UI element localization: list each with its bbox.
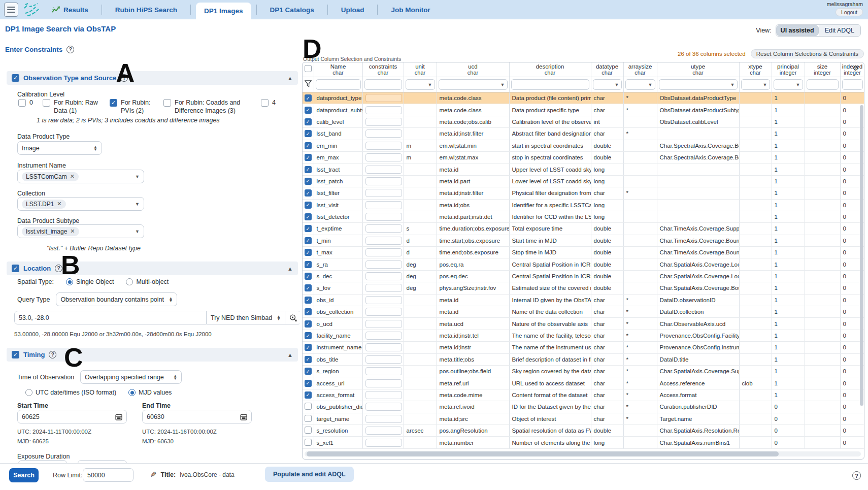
calendar-icon[interactable]: [115, 413, 122, 420]
constraint-input-s_xel1[interactable]: [365, 439, 402, 447]
remove-chip-icon[interactable]: ✕: [70, 173, 75, 180]
mjd-values-radio[interactable]: MJD values: [128, 389, 172, 396]
filter-input-description[interactable]: [511, 79, 589, 90]
horizontal-scrollbar-track[interactable]: [305, 451, 861, 456]
section-observation-type-collapse-icon[interactable]: ▲: [287, 75, 293, 81]
view-edit-adql-button[interactable]: Edit ADQL: [819, 25, 860, 36]
search-button[interactable]: Search: [9, 468, 39, 482]
column-header-xtype[interactable]: xtypechar: [739, 62, 772, 77]
row-checkbox-lsst_tract[interactable]: ✓: [305, 166, 312, 173]
start-time-input[interactable]: 60625: [17, 410, 127, 423]
enter-constraints-help-icon[interactable]: ?: [66, 46, 74, 53]
column-header-unit[interactable]: unitchar: [404, 62, 437, 77]
data-product-type-select[interactable]: Image ▲▼: [17, 141, 102, 155]
calibration-checkbox-3[interactable]: For Rubin: Coadds and Difference Images …: [163, 99, 254, 115]
constraint-input-dataproduct_type[interactable]: [365, 94, 402, 102]
constraint-input-obs_publisher_did[interactable]: [365, 403, 402, 411]
row-checkbox-calib_level[interactable]: ✓: [305, 118, 312, 125]
row-checkbox-lsst_patch[interactable]: ✓: [305, 178, 312, 185]
remove-chip-icon[interactable]: ✕: [70, 228, 75, 235]
row-checkbox-obs_title[interactable]: ✓: [305, 356, 312, 363]
row-checkbox-access_format[interactable]: ✓: [305, 391, 312, 399]
column-header-principal[interactable]: principalinteger: [772, 62, 805, 77]
column-header-arraysize[interactable]: arraysizechar: [623, 62, 657, 77]
row-checkbox-dataproduct_subtype[interactable]: ✓: [305, 107, 312, 114]
filter-input-datatype[interactable]: ▼: [593, 79, 622, 90]
row-checkbox-t_exptime[interactable]: ✓: [305, 225, 312, 232]
section-location-collapse-icon[interactable]: ▲: [287, 266, 293, 272]
calibration-checkbox-0[interactable]: 0: [18, 99, 36, 107]
constraint-input-s_region[interactable]: [365, 367, 402, 375]
filter-input-unit[interactable]: ▼: [406, 79, 435, 90]
row-checkbox-lsst_band[interactable]: ✓: [305, 130, 312, 137]
utc-format-radio[interactable]: UTC date/times (ISO format): [25, 389, 116, 396]
constraint-input-lsst_filter[interactable]: [365, 189, 402, 197]
row-checkbox-s_dec[interactable]: ✓: [305, 273, 312, 280]
constraint-input-access_url[interactable]: [365, 379, 402, 387]
resolve-target-button[interactable]: [285, 311, 299, 324]
calendar-icon[interactable]: [240, 413, 247, 420]
vertical-scrollbar[interactable]: [860, 105, 863, 406]
row-limit-input[interactable]: 50000: [83, 468, 133, 482]
select-all-checkbox[interactable]: [305, 65, 312, 72]
constraint-input-access_format[interactable]: [365, 391, 402, 399]
constraint-input-s_ra[interactable]: [365, 260, 402, 269]
filter-input-name[interactable]: [316, 79, 361, 90]
row-checkbox-lsst_detector[interactable]: ✓: [305, 213, 312, 220]
checkbox-icon[interactable]: ✓: [110, 99, 117, 107]
filter-input-xtype[interactable]: ▼: [741, 79, 770, 90]
checkbox-icon[interactable]: [261, 99, 269, 107]
constraint-input-lsst_patch[interactable]: [365, 177, 402, 185]
constraint-input-s_resolution[interactable]: [365, 427, 402, 435]
section-location-header[interactable]: ✓ Location ? ▲: [7, 262, 298, 275]
collection-select[interactable]: LSST.DP1 ✕ ▼: [17, 197, 144, 211]
query-type-select[interactable]: Observation boundary contains point ▲▼: [56, 292, 177, 306]
constraint-input-t_max[interactable]: [365, 248, 402, 256]
section-observation-type-help-icon[interactable]: ?: [120, 74, 128, 82]
filter-funnel-icon[interactable]: [305, 80, 312, 87]
filter-input-size[interactable]: [807, 79, 839, 90]
data-product-subtype-select[interactable]: lsst.visit_image ✕ ▼: [17, 224, 144, 238]
column-header-ucd[interactable]: ucdchar: [437, 62, 509, 77]
section-location-checkbox[interactable]: ✓: [12, 265, 19, 272]
checkbox-icon[interactable]: [43, 99, 50, 107]
constraint-input-obs_collection[interactable]: [365, 308, 402, 316]
calibration-checkbox-2[interactable]: ✓For Rubin: PVIs (2): [110, 99, 156, 115]
row-checkbox-em_max[interactable]: ✓: [305, 154, 312, 161]
row-checkbox-instrument_name[interactable]: ✓: [305, 344, 312, 351]
filter-input-utype[interactable]: ▼: [659, 79, 738, 90]
row-checkbox-access_url[interactable]: ✓: [305, 380, 312, 387]
checkbox-icon[interactable]: [163, 99, 171, 107]
edit-title-pencil-icon[interactable]: ✎: [150, 470, 157, 479]
constraint-input-calib_level[interactable]: [365, 118, 402, 126]
calibration-checkbox-4[interactable]: 4: [261, 99, 278, 107]
tab-upload[interactable]: Upload: [333, 0, 373, 19]
spatial-single-object-radio[interactable]: Single Object: [66, 278, 114, 285]
table-options-gear-icon[interactable]: ⚙: [852, 64, 859, 72]
resolver-select[interactable]: Try NED then Simbad ▲▼: [207, 311, 285, 324]
constraint-input-lsst_detector[interactable]: [365, 213, 402, 221]
section-timing-checkbox[interactable]: ✓: [12, 351, 19, 358]
row-checkbox-s_fov[interactable]: ✓: [305, 284, 312, 291]
constraint-input-dataproduct_subtype[interactable]: [365, 106, 402, 114]
row-checkbox-target_name[interactable]: [305, 415, 312, 422]
spatial-multi-object-radio[interactable]: Multi-object: [126, 278, 169, 285]
constraint-input-s_dec[interactable]: [365, 272, 402, 280]
constraint-input-obs_title[interactable]: [365, 355, 402, 364]
column-header-datatype[interactable]: datatypechar: [591, 62, 623, 77]
row-checkbox-s_resolution[interactable]: [305, 427, 312, 434]
column-header-name[interactable]: Namechar: [314, 62, 362, 77]
logout-button[interactable]: Logout: [836, 8, 863, 16]
end-time-input[interactable]: 60630: [142, 410, 252, 423]
tab-job-monitor[interactable]: Job Monitor: [383, 0, 438, 19]
hamburger-menu-icon[interactable]: [4, 3, 18, 17]
row-checkbox-lsst_visit[interactable]: ✓: [305, 202, 312, 209]
column-header-description[interactable]: descriptionchar: [509, 62, 591, 77]
checkbox-icon[interactable]: [18, 99, 26, 107]
populate-adql-button[interactable]: Populate and edit ADQL: [265, 467, 354, 482]
constraint-input-s_fov[interactable]: [365, 284, 402, 292]
reset-columns-button[interactable]: Reset Column Selections & Constraints: [751, 49, 864, 58]
constraint-input-em_min[interactable]: [365, 142, 402, 150]
constraint-input-facility_name[interactable]: [365, 332, 402, 340]
filter-input-indexed[interactable]: [842, 79, 863, 90]
